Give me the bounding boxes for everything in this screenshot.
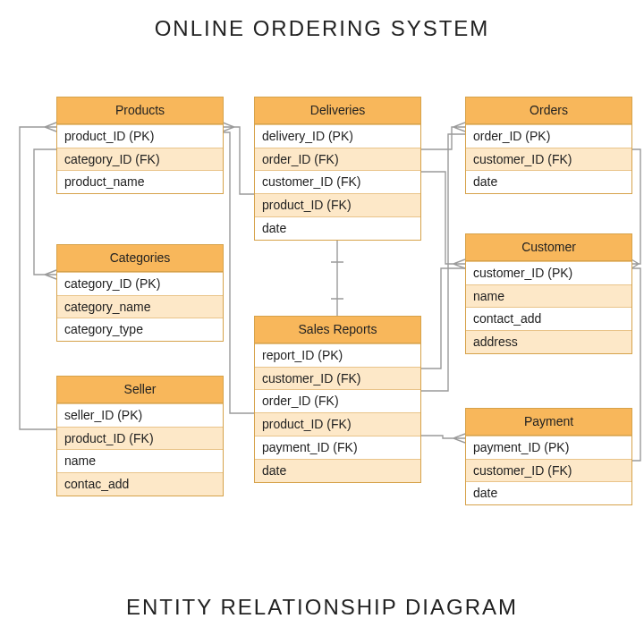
entity-customer-header: Customer bbox=[466, 234, 631, 261]
entity-deliveries-field: order_ID (FK) bbox=[255, 148, 420, 171]
entity-payment-field: customer_ID (FK) bbox=[466, 459, 631, 482]
entity-sales-reports-field: date bbox=[255, 459, 420, 482]
entity-products-field: product_name bbox=[57, 170, 223, 193]
entity-categories-field: category_ID (PK) bbox=[57, 272, 223, 295]
entity-sales-reports-field: order_ID (FK) bbox=[255, 389, 420, 412]
er-diagram-canvas: ONLINE ORDERING SYSTEM ENTITY RELATIONSH… bbox=[0, 0, 644, 644]
entity-categories-field: category_type bbox=[57, 318, 223, 341]
entity-sales-reports-field: customer_ID (FK) bbox=[255, 367, 420, 390]
entity-products: Products product_ID (PK) category_ID (FK… bbox=[56, 97, 224, 194]
entity-payment-field: payment_ID (PK) bbox=[466, 436, 631, 459]
entity-deliveries: Deliveries delivery_ID (PK) order_ID (FK… bbox=[254, 97, 421, 241]
entity-products-header: Products bbox=[57, 97, 223, 124]
entity-customer-field: contact_add bbox=[466, 307, 631, 330]
entity-payment: Payment payment_ID (PK) customer_ID (FK)… bbox=[465, 408, 632, 505]
entity-products-field: product_ID (PK) bbox=[57, 124, 223, 148]
entity-seller: Seller seller_ID (PK) product_ID (FK) na… bbox=[56, 376, 224, 496]
entity-orders-header: Orders bbox=[466, 97, 631, 124]
entity-sales-reports-field: payment_ID (FK) bbox=[255, 436, 420, 459]
entity-customer-field: name bbox=[466, 284, 631, 308]
page-title: ONLINE ORDERING SYSTEM bbox=[0, 16, 644, 41]
entity-orders-field: order_ID (PK) bbox=[466, 124, 631, 148]
entity-customer-field: address bbox=[466, 330, 631, 353]
entity-sales-reports-header: Sales Reports bbox=[255, 317, 420, 343]
entity-seller-field: product_ID (FK) bbox=[57, 427, 223, 450]
entity-orders: Orders order_ID (PK) customer_ID (FK) da… bbox=[465, 97, 632, 194]
entity-sales-reports-field: report_ID (PK) bbox=[255, 343, 420, 367]
entity-deliveries-field: delivery_ID (PK) bbox=[255, 124, 420, 148]
entity-deliveries-field: product_ID (FK) bbox=[255, 193, 420, 216]
entity-deliveries-field: date bbox=[255, 216, 420, 240]
entity-seller-header: Seller bbox=[57, 377, 223, 403]
entity-sales-reports-field: product_ID (FK) bbox=[255, 412, 420, 436]
entity-categories-field: category_name bbox=[57, 295, 223, 318]
entity-categories: Categories category_ID (PK) category_nam… bbox=[56, 244, 224, 342]
entity-categories-header: Categories bbox=[57, 245, 223, 272]
entity-sales-reports: Sales Reports report_ID (PK) customer_ID… bbox=[254, 316, 421, 483]
entity-payment-field: date bbox=[466, 481, 631, 504]
entity-customer: Customer customer_ID (PK) name contact_a… bbox=[465, 233, 632, 354]
entity-orders-field: customer_ID (FK) bbox=[466, 148, 631, 171]
entity-products-field: category_ID (FK) bbox=[57, 148, 223, 171]
entity-customer-field: customer_ID (PK) bbox=[466, 261, 631, 284]
entity-seller-field: name bbox=[57, 449, 223, 472]
entity-seller-field: contac_add bbox=[57, 472, 223, 496]
page-footer: ENTITY RELATIONSHIP DIAGRAM bbox=[0, 595, 644, 620]
entity-payment-header: Payment bbox=[466, 409, 631, 436]
entity-deliveries-header: Deliveries bbox=[255, 97, 420, 124]
entity-orders-field: date bbox=[466, 170, 631, 193]
entity-seller-field: seller_ID (PK) bbox=[57, 403, 223, 427]
entity-deliveries-field: customer_ID (FK) bbox=[255, 170, 420, 193]
